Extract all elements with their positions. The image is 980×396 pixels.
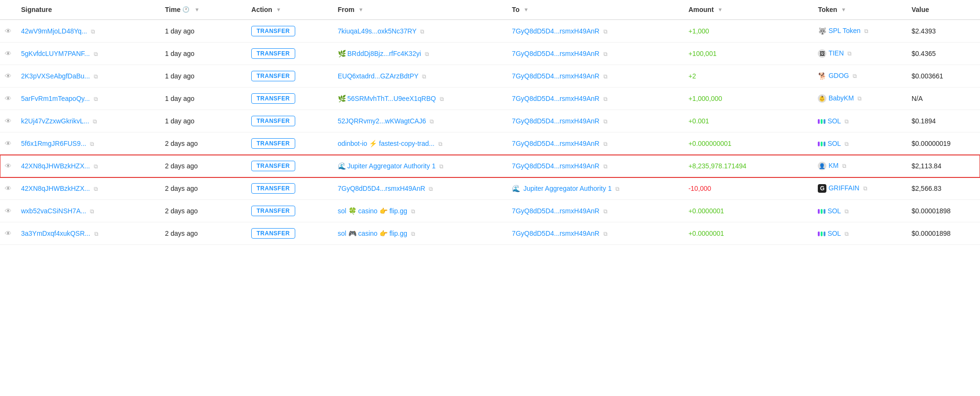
token-name[interactable]: KM bbox=[828, 162, 838, 169]
from-copy-icon[interactable]: ⧉ bbox=[440, 96, 444, 102]
token-name[interactable]: TIEN bbox=[828, 49, 844, 57]
token-copy-icon[interactable]: ⧉ bbox=[863, 185, 868, 192]
signature-link[interactable]: 2K3pVXSeAbgfDaBu... bbox=[21, 72, 90, 80]
from-address[interactable]: 56SRMvhThT...U9eeX1qRBQ bbox=[347, 95, 436, 102]
to-address[interactable]: 7GyQ8dD5D4...rsmxH49AnR bbox=[512, 140, 600, 147]
to-copy-icon[interactable]: ⧉ bbox=[603, 118, 608, 125]
from-copy-icon[interactable]: ⧉ bbox=[429, 186, 433, 192]
to-address[interactable]: 7GyQ8dD5D4...rsmxH49AnR bbox=[512, 230, 600, 237]
from-copy-icon[interactable]: ⧉ bbox=[411, 208, 415, 215]
token-name[interactable]: SOL bbox=[827, 117, 841, 125]
to-filter-icon[interactable]: ▼ bbox=[523, 7, 529, 12]
to-header-label: To bbox=[512, 6, 520, 13]
signature-link[interactable]: 3a3YmDxqf4xukQSR... bbox=[21, 230, 90, 237]
to-copy-icon[interactable]: ⧉ bbox=[603, 208, 608, 215]
signature-copy-icon[interactable]: ⧉ bbox=[94, 73, 98, 80]
eye-icon[interactable]: 👁 bbox=[5, 117, 11, 125]
to-copy-icon[interactable]: ⧉ bbox=[603, 231, 608, 237]
to-address[interactable]: Jupiter Aggregator Authority 1 bbox=[523, 185, 612, 192]
from-copy-icon[interactable]: ⧉ bbox=[420, 28, 424, 35]
eye-icon[interactable]: 👁 bbox=[5, 140, 11, 147]
signature-copy-icon[interactable]: ⧉ bbox=[94, 231, 99, 237]
from-address[interactable]: 7GyQ8dD5D4...rsmxH49AnR bbox=[338, 185, 425, 192]
signature-link[interactable]: k2Uj47vZzxwGkrikvL... bbox=[21, 117, 89, 125]
token-name[interactable]: GRIFFAIN bbox=[828, 184, 859, 192]
to-address[interactable]: 7GyQ8dD5D4...rsmxH49AnR bbox=[512, 162, 600, 170]
token-filter-icon[interactable]: ▼ bbox=[841, 7, 846, 12]
token-copy-icon[interactable]: ⧉ bbox=[845, 141, 849, 147]
signature-copy-icon[interactable]: ⧉ bbox=[94, 163, 98, 170]
eye-icon[interactable]: 👁 bbox=[5, 27, 11, 35]
from-address[interactable]: odinbot-io ⚡ fastest-copy-trad... bbox=[338, 140, 434, 147]
to-copy-icon[interactable]: ⧉ bbox=[603, 28, 608, 35]
from-copy-icon[interactable]: ⧉ bbox=[430, 118, 434, 125]
token-copy-icon[interactable]: ⧉ bbox=[858, 95, 862, 102]
token-copy-icon[interactable]: ⧉ bbox=[847, 50, 852, 57]
to-copy-icon[interactable]: ⧉ bbox=[603, 163, 608, 170]
token-name[interactable]: SPL Token bbox=[828, 27, 860, 34]
amount-filter-icon[interactable]: ▼ bbox=[718, 7, 723, 12]
signature-link[interactable]: 42wV9mMjoLD48Yq... bbox=[21, 27, 87, 35]
eye-icon[interactable]: 👁 bbox=[5, 50, 11, 57]
token-copy-icon[interactable]: ⧉ bbox=[842, 163, 846, 169]
from-address[interactable]: EUQ6xtadrd...GZArzBdtPY bbox=[338, 72, 419, 80]
eye-icon[interactable]: 👁 bbox=[5, 162, 11, 170]
from-address[interactable]: sol 🍀 casino 👉 flip.gg bbox=[338, 207, 407, 215]
from-copy-icon[interactable]: ⧉ bbox=[438, 141, 443, 147]
signature-link[interactable]: 5gKvfdcLUYM7PANF... bbox=[21, 50, 90, 57]
to-address[interactable]: 7GyQ8dD5D4...rsmxH49AnR bbox=[512, 95, 600, 102]
token-name[interactable]: BabyKM bbox=[828, 94, 854, 102]
from-copy-icon[interactable]: ⧉ bbox=[425, 51, 429, 57]
to-copy-icon[interactable]: ⧉ bbox=[603, 141, 608, 147]
signature-link[interactable]: 42XN8qJHWBzkHZX... bbox=[21, 185, 90, 192]
signature-copy-icon[interactable]: ⧉ bbox=[94, 186, 98, 192]
action-filter-icon[interactable]: ▼ bbox=[276, 7, 281, 12]
to-copy-icon[interactable]: ⧉ bbox=[603, 96, 608, 102]
from-address[interactable]: 52JQRRvmy2...wKWagtCAJ6 bbox=[338, 117, 426, 125]
to-copy-icon[interactable]: ⧉ bbox=[603, 51, 608, 57]
signature-link[interactable]: 5f6x1RmgJR6FUS9... bbox=[21, 140, 86, 147]
signature-copy-icon[interactable]: ⧉ bbox=[90, 141, 94, 147]
clock-icon[interactable]: 🕐 bbox=[182, 6, 189, 13]
amount-cell: +0.001 bbox=[684, 110, 813, 132]
to-address[interactable]: 7GyQ8dD5D4...rsmxH49AnR bbox=[512, 207, 600, 215]
from-copy-icon[interactable]: ⧉ bbox=[411, 231, 415, 237]
token-name[interactable]: SOL bbox=[827, 207, 841, 215]
signature-link[interactable]: 5arFvRm1mTeapoQy... bbox=[21, 95, 90, 102]
eye-icon[interactable]: 👁 bbox=[5, 230, 11, 237]
to-address[interactable]: 7GyQ8dD5D4...rsmxH49AnR bbox=[512, 27, 600, 35]
eye-icon[interactable]: 👁 bbox=[5, 185, 11, 192]
to-copy-icon[interactable]: ⧉ bbox=[603, 73, 608, 80]
signature-copy-icon[interactable]: ⧉ bbox=[93, 118, 97, 125]
token-copy-icon[interactable]: ⧉ bbox=[845, 231, 849, 237]
to-address[interactable]: 7GyQ8dD5D4...rsmxH49AnR bbox=[512, 72, 600, 80]
amount-cell: +1,000 bbox=[684, 20, 813, 43]
eye-icon[interactable]: 👁 bbox=[5, 95, 11, 102]
token-copy-icon[interactable]: ⧉ bbox=[864, 28, 869, 34]
from-filter-icon[interactable]: ▼ bbox=[358, 7, 364, 12]
to-copy-icon[interactable]: ⧉ bbox=[615, 186, 620, 192]
from-address[interactable]: Jupiter Aggregator Authority 1 bbox=[347, 162, 435, 170]
signature-copy-icon[interactable]: ⧉ bbox=[94, 96, 98, 102]
signature-link[interactable]: 42XN8qJHWBzkHZX... bbox=[21, 162, 90, 170]
token-name[interactable]: SOL bbox=[827, 230, 841, 237]
time-filter-icon[interactable]: ▼ bbox=[194, 7, 200, 12]
signature-copy-icon[interactable]: ⧉ bbox=[90, 208, 94, 215]
signature-copy-icon[interactable]: ⧉ bbox=[91, 28, 95, 35]
signature-copy-icon[interactable]: ⧉ bbox=[94, 51, 98, 57]
signature-link[interactable]: wxb52vaCSiNSH7A... bbox=[21, 207, 86, 215]
eye-icon[interactable]: 👁 bbox=[5, 72, 11, 80]
from-address[interactable]: 7kiuqaL49s...oxk5Nc37RY bbox=[338, 27, 416, 35]
eye-icon[interactable]: 👁 bbox=[5, 207, 11, 215]
to-address[interactable]: 7GyQ8dD5D4...rsmxH49AnR bbox=[512, 50, 600, 57]
token-copy-icon[interactable]: ⧉ bbox=[845, 118, 849, 125]
from-address[interactable]: sol 🎮 casino 👉 flip.gg bbox=[338, 230, 407, 237]
to-address[interactable]: 7GyQ8dD5D4...rsmxH49AnR bbox=[512, 117, 600, 125]
from-copy-icon[interactable]: ⧉ bbox=[439, 163, 444, 170]
from-address[interactable]: BRddDj8Bjz...rfFc4K32yi bbox=[347, 50, 421, 57]
token-name[interactable]: SOL bbox=[827, 140, 841, 147]
from-copy-icon[interactable]: ⧉ bbox=[422, 73, 426, 80]
token-copy-icon[interactable]: ⧉ bbox=[853, 73, 857, 79]
token-name[interactable]: GDOG bbox=[828, 72, 849, 79]
token-copy-icon[interactable]: ⧉ bbox=[845, 208, 849, 215]
